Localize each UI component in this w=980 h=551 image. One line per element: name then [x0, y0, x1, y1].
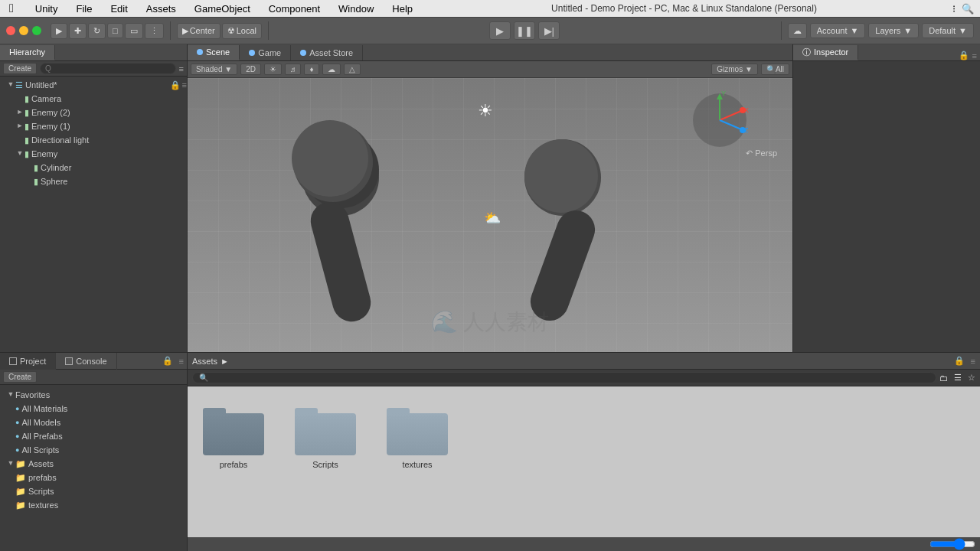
inspector-tab[interactable]: ⓘ Inspector — [793, 45, 858, 60]
minimize-button[interactable] — [19, 26, 28, 35]
fog-btn[interactable]: △ — [344, 64, 361, 75]
hierarchy-item-enemy[interactable]: ▼ ▮ Enemy — [0, 147, 187, 161]
skybox-btn[interactable]: ☁ — [322, 64, 341, 75]
asset-search-input[interactable] — [192, 372, 936, 383]
step-button[interactable]: ▶| — [538, 21, 560, 40]
menu-component[interactable]: Component — [266, 3, 323, 15]
account-dropdown[interactable]: Account ▼ — [810, 23, 866, 38]
favorites-header[interactable]: ▼ Favorites — [0, 388, 187, 402]
menu-gameobject[interactable]: GameObject — [191, 3, 253, 15]
asset-store-tab[interactable]: Asset Store — [291, 45, 363, 60]
hierarchy-item-sphere[interactable]: ▮ Sphere — [0, 174, 187, 188]
menu-search-icon[interactable]: 🔍 — [962, 3, 974, 15]
search-scene-btn[interactable]: 🔍All — [761, 64, 789, 75]
game-tab[interactable]: Game — [240, 45, 291, 60]
hierarchy-panel: Hierarchy Create ≡ ▼ ☰ Untitled* 🔒 ≡ ▮ C… — [0, 44, 188, 352]
project-tab[interactable]: Project — [0, 353, 56, 370]
cylinder-go-icon: ▮ — [34, 163, 38, 173]
gizmos-btn[interactable]: Gizmos ▼ — [711, 64, 758, 75]
inspector-lock-icon[interactable]: 🔒 — [959, 51, 969, 60]
hierarchy-menu-icon[interactable]: ≡ — [182, 80, 187, 90]
untitled-arrow-icon: ▼ — [6, 80, 15, 90]
console-tab-label: Console — [76, 357, 106, 366]
pause-button[interactable]: ❚❚ — [514, 21, 535, 40]
layout-dropdown[interactable]: Default ▼ — [922, 23, 974, 38]
assets-textures[interactable]: 📁 textures — [0, 498, 187, 512]
asset-label-icon[interactable]: ☰ — [954, 373, 962, 383]
audio-btn[interactable]: ♬ — [285, 64, 302, 75]
menu-file[interactable]: File — [73, 3, 95, 15]
asset-lock-icon[interactable]: 🔒 — [954, 356, 965, 366]
project-menu-icon[interactable]: ≡ — [176, 357, 187, 366]
hand-tool[interactable]: ▶ — [51, 23, 67, 39]
inspector-menu-icon[interactable]: ≡ — [972, 51, 977, 60]
menu-assets[interactable]: Assets — [143, 3, 179, 15]
rect-tool[interactable]: ▭ — [125, 23, 143, 39]
all-models-label: All Models — [21, 418, 60, 427]
coordinate-gizmo: Y X Z — [689, 90, 750, 151]
asset-folder-prefabs[interactable]: prefabs — [203, 402, 264, 469]
pivot-center-btn[interactable]: ▶ Center — [177, 23, 220, 39]
scripts-icon: ● — [15, 446, 19, 454]
menu-unity[interactable]: Unity — [32, 3, 61, 15]
scene-viewport[interactable]: ☀ ⛅ — [188, 78, 792, 352]
center-icon: ▶ — [182, 26, 188, 36]
hierarchy-item-enemy1[interactable]: ► ▮ Enemy (1) — [0, 119, 187, 133]
asset-search-bar: 🗀 ☰ ☆ — [188, 370, 980, 386]
layers-dropdown[interactable]: Layers ▼ — [868, 23, 919, 38]
asset-view-icon[interactable]: 🗀 — [939, 373, 948, 383]
scene-tab[interactable]: Scene — [188, 45, 240, 60]
close-button[interactable] — [6, 26, 15, 35]
menu-help[interactable]: Help — [389, 3, 416, 15]
hierarchy-item-camera[interactable]: ▮ Camera — [0, 92, 187, 106]
scale-tool[interactable]: □ — [107, 23, 123, 38]
hierarchy-item-cylinder[interactable]: ▮ Cylinder — [0, 161, 187, 174]
assets-header[interactable]: ▼ 📁 Assets — [0, 457, 187, 471]
mode-2d-btn[interactable]: 2D — [240, 64, 261, 75]
enemy2-label: Enemy (2) — [31, 108, 70, 117]
hierarchy-tab[interactable]: Hierarchy — [0, 45, 55, 60]
fav-all-models[interactable]: ● All Models — [0, 416, 187, 429]
asset-folder-scripts[interactable]: Scripts — [295, 402, 356, 469]
menu-more-icon[interactable]: ⁝ — [952, 3, 956, 15]
rotate-tool[interactable]: ↻ — [88, 23, 106, 39]
hierarchy-create-btn[interactable]: Create — [3, 63, 37, 74]
lighting-btn[interactable]: ☀ — [264, 64, 282, 75]
textures-folder-icon: 📁 — [15, 500, 26, 510]
play-button[interactable]: ▶ — [489, 21, 511, 40]
assets-scripts[interactable]: 📁 Scripts — [0, 484, 187, 498]
untitled-label: Untitled* — [25, 80, 57, 90]
camera-label: Camera — [31, 94, 61, 103]
shading-btn[interactable]: Shaded ▼ — [191, 64, 237, 75]
cloud-btn[interactable]: ☁ — [788, 23, 807, 39]
account-chevron-icon: ▼ — [850, 26, 858, 35]
assets-prefabs[interactable]: 📁 prefabs — [0, 471, 187, 484]
zoom-slider[interactable] — [929, 540, 975, 548]
hierarchy-lock-icon[interactable]: 🔒 — [170, 80, 181, 90]
menu-window[interactable]: Window — [335, 3, 377, 15]
menu-edit[interactable]: Edit — [107, 3, 130, 15]
asset-browser: Assets ► 🔒 ≡ 🗀 ☰ ☆ prefabs — [188, 353, 980, 551]
project-lock-icon[interactable]: 🔒 — [159, 356, 176, 366]
camera-arrow-icon — [15, 94, 24, 103]
project-create-btn[interactable]: Create — [3, 371, 37, 383]
pivot-local-btn[interactable]: ☢ Local — [222, 23, 262, 39]
hierarchy-item-enemy2[interactable]: ► ▮ Enemy (2) — [0, 106, 187, 119]
fullscreen-button[interactable] — [32, 26, 41, 35]
hierarchy-item-dirlight[interactable]: ▮ Directional light — [0, 133, 187, 147]
asset-star-icon[interactable]: ☆ — [968, 373, 975, 383]
console-tab[interactable]: Console — [56, 353, 116, 370]
hierarchy-item-untitled[interactable]: ▼ ☰ Untitled* 🔒 ≡ — [0, 78, 187, 92]
fav-all-prefabs[interactable]: ● All Prefabs — [0, 429, 187, 443]
transform-tool[interactable]: ⋮ — [145, 23, 164, 39]
asset-folder-textures[interactable]: textures — [387, 402, 448, 469]
apple-menu[interactable]:  — [6, 2, 17, 15]
fav-all-scripts[interactable]: ● All Scripts — [0, 443, 187, 457]
move-tool[interactable]: ✚ — [69, 23, 87, 39]
hierarchy-options-icon[interactable]: ≡ — [179, 64, 184, 73]
hierarchy-search-input[interactable] — [40, 63, 176, 74]
fx-btn[interactable]: ♦ — [304, 64, 318, 75]
prefabs-folder-visual — [203, 402, 264, 455]
fav-all-materials[interactable]: ● All Materials — [0, 402, 187, 416]
asset-menu-icon[interactable]: ≡ — [971, 357, 975, 366]
